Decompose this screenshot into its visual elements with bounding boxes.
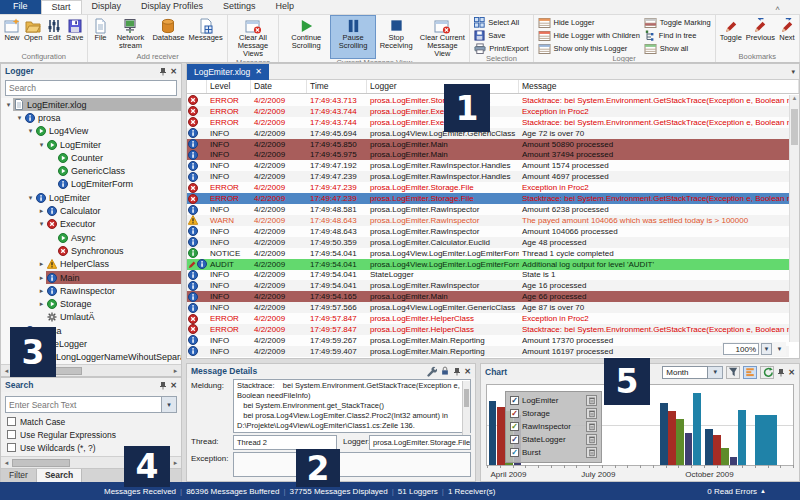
ribbon-button-toggle-marking[interactable]: Toggle Marking: [642, 16, 713, 28]
lock-icon[interactable]: [440, 366, 450, 376]
tree-expander-icon[interactable]: ▸: [37, 274, 46, 282]
ribbon-button-open[interactable]: Open: [22, 16, 44, 52]
column-header-icon[interactable]: [187, 80, 207, 93]
ribbon-tab-display[interactable]: Display: [82, 0, 132, 14]
ribbon-button-network-stream[interactable]: Network stream: [110, 16, 150, 52]
ribbon-collapse-icon[interactable]: ˄: [775, 4, 780, 13]
close-icon[interactable]: ✕: [170, 381, 177, 390]
trash-icon[interactable]: [586, 408, 597, 419]
zoom-level-value[interactable]: 100%: [723, 343, 759, 355]
tab-search[interactable]: Search: [37, 469, 82, 482]
ribbon-button-next[interactable]: Next: [777, 16, 797, 52]
details-vscrollbar[interactable]: [462, 381, 470, 435]
ribbon-button-hide-logger[interactable]: Hide Logger: [536, 16, 642, 28]
grid-vscrollbar[interactable]: ▲: [789, 95, 799, 342]
scroll-left-icon[interactable]: ◂: [1, 459, 12, 467]
close-icon[interactable]: ✕: [464, 367, 471, 376]
search-text-input[interactable]: [5, 396, 162, 413]
log-row[interactable]: ERROR 4/2/2009 17:49:57.847 prosa.LogEmi…: [187, 324, 789, 335]
wrench-icon[interactable]: [426, 366, 437, 377]
tree-item-logemiterform[interactable]: LogEmiterForm: [1, 178, 181, 191]
tree-expander-icon[interactable]: ▸: [37, 287, 46, 295]
log-row[interactable]: AUDIT 4/2/2009 17:49:54.041 prosa.Log4Vi…: [187, 259, 789, 270]
checkbox-icon[interactable]: ✓: [510, 396, 519, 405]
tree-expander-icon[interactable]: ▸: [37, 300, 46, 308]
ribbon-button-save[interactable]: Save: [64, 16, 85, 52]
chevron-down-icon[interactable]: ▼: [761, 343, 772, 355]
column-header-level[interactable]: Level: [207, 80, 251, 93]
tree-expander-icon[interactable]: ▸: [37, 260, 46, 268]
tree-expander-icon[interactable]: ▾: [37, 220, 46, 228]
close-icon[interactable]: ✕: [170, 67, 177, 76]
tree-item-helperclass[interactable]: ▸ HelperClass: [1, 258, 181, 271]
logger-search-input[interactable]: [5, 80, 177, 96]
logger-value[interactable]: prosa.LogEmiter.Storage.File: [369, 435, 471, 450]
tree-expander-icon[interactable]: ▾: [26, 194, 35, 202]
log-row[interactable]: ERROR 4/2/2009 17:49:47.239 prosa.LogEmi…: [187, 193, 789, 204]
refresh-icon[interactable]: [760, 366, 774, 379]
ribbon-button-show-all[interactable]: Show all: [642, 42, 713, 54]
log-row[interactable]: INFO 4/2/2009 17:49:59.267 prosa.LogEmit…: [187, 335, 789, 346]
tree-item-rawinspector[interactable]: ▸ RawInspector: [1, 284, 181, 297]
column-header-date[interactable]: Date: [251, 80, 307, 93]
option-match-case[interactable]: Match Case: [1, 415, 181, 428]
ribbon-button-toggle[interactable]: Toggle: [718, 16, 744, 52]
message-text-box[interactable]: Stacktrace: bei System.Environment.GetSt…: [233, 379, 471, 433]
pin-icon[interactable]: [159, 381, 167, 390]
close-icon[interactable]: ✕: [788, 368, 795, 377]
option-use-regular-expressions[interactable]: Use Regular Expressions: [1, 428, 181, 441]
tree-expander-icon[interactable]: ▾: [15, 114, 24, 122]
tree-expander-icon[interactable]: ▾: [37, 141, 46, 149]
column-header-time[interactable]: Time: [307, 80, 367, 93]
column-header-message[interactable]: Message: [519, 80, 799, 93]
tree-item-async[interactable]: Async: [1, 231, 181, 244]
column-header-logger[interactable]: Logger: [367, 80, 519, 93]
checkbox-icon[interactable]: [7, 443, 16, 452]
trash-icon[interactable]: [586, 421, 597, 432]
ribbon-button-messages[interactable]: Messages: [187, 16, 225, 52]
log-row[interactable]: INFO 4/2/2009 17:49:45.975 prosa.LogEmit…: [187, 150, 789, 161]
ribbon-button-select-all[interactable]: Select All: [472, 16, 530, 28]
log-row[interactable]: INFO 4/2/2009 17:49:47.192 prosa.LogEmit…: [187, 160, 789, 171]
checkbox-icon[interactable]: ✓: [510, 409, 519, 418]
ribbon-button-previous[interactable]: Previous: [744, 16, 777, 52]
ribbon-button-clear-all-message-views[interactable]: Clear All Message Views: [230, 16, 277, 58]
ribbon-button-show-only-this-logger[interactable]: Show only this Logger: [536, 42, 642, 54]
ribbon-button-stop-receiving[interactable]: Stop Receiving: [375, 16, 417, 58]
tab-filter[interactable]: Filter: [1, 469, 37, 482]
ribbon-button-edit[interactable]: Edit: [44, 16, 64, 52]
pin-icon[interactable]: [159, 67, 167, 76]
ribbon-button-file[interactable]: File: [90, 16, 110, 52]
log-row[interactable]: INFO 4/2/2009 17:49:48.581 prosa.LogEmit…: [187, 204, 789, 215]
tree-item-calculator[interactable]: ▸ Calculator: [1, 204, 181, 217]
log-row[interactable]: INFO 4/2/2009 17:49:54.041 prosa.LogEmit…: [187, 280, 789, 291]
log-row[interactable]: ERROR 4/2/2009 17:49:47.239 prosa.LogEmi…: [187, 182, 789, 193]
tree-item-storage[interactable]: ▸ Storage: [1, 297, 181, 310]
read-errors-value[interactable]: 0 Read Errors: [707, 487, 757, 496]
log-row[interactable]: INFO 4/2/2009 17:49:57.566 prosa.Log4Vie…: [187, 302, 789, 313]
tree-item-logemiter[interactable]: ▾ LogEmiter: [1, 191, 181, 204]
tree-item-logemiter-xlog[interactable]: ▾ LogEmiter.xlog: [1, 98, 181, 111]
ribbon-button-hide-logger-with-children[interactable]: Hide Logger with Children: [536, 29, 642, 41]
tree-item-umlaut[interactable]: UmlautÄ: [1, 311, 181, 324]
log-row[interactable]: WARN 4/2/2009 17:49:48.643 prosa.LogEmit…: [187, 215, 789, 226]
trash-icon[interactable]: [586, 434, 597, 445]
ribbon-tab-display-profiles[interactable]: Display Profiles: [131, 0, 213, 14]
scroll-right-icon[interactable]: ▸: [170, 367, 181, 375]
ribbon-button-print-export[interactable]: Print/Export: [472, 42, 530, 54]
ribbon-tab-help[interactable]: Help: [266, 0, 305, 14]
log-row[interactable]: INFO 4/2/2009 17:49:59.407 prosa.LogEmit…: [187, 346, 789, 357]
ribbon-tab-settings[interactable]: Settings: [213, 0, 266, 14]
log-row[interactable]: INFO 4/2/2009 17:49:47.239 prosa.LogEmit…: [187, 171, 789, 182]
log-row[interactable]: INFO 4/2/2009 17:49:50.359 prosa.LogEmit…: [187, 237, 789, 248]
ribbon-button-new[interactable]: New: [2, 16, 22, 52]
filter-icon[interactable]: [726, 366, 740, 379]
ribbon-button-clear-current-message-view[interactable]: Clear Current Message View: [417, 16, 467, 58]
tree-item-prosa[interactable]: ▾ prosa: [1, 111, 181, 124]
scroll-thumb[interactable]: [791, 109, 798, 145]
ribbon-button-continue-scrolling[interactable]: Continue Scrolling: [281, 16, 331, 58]
tree-item-logemiter[interactable]: ▾ LogEmiter: [1, 138, 181, 151]
checkbox-icon[interactable]: [7, 417, 16, 426]
tree-expander-icon[interactable]: ▾: [4, 101, 13, 109]
log-row[interactable]: INFO 4/2/2009 17:49:48.643 prosa.LogEmit…: [187, 226, 789, 237]
